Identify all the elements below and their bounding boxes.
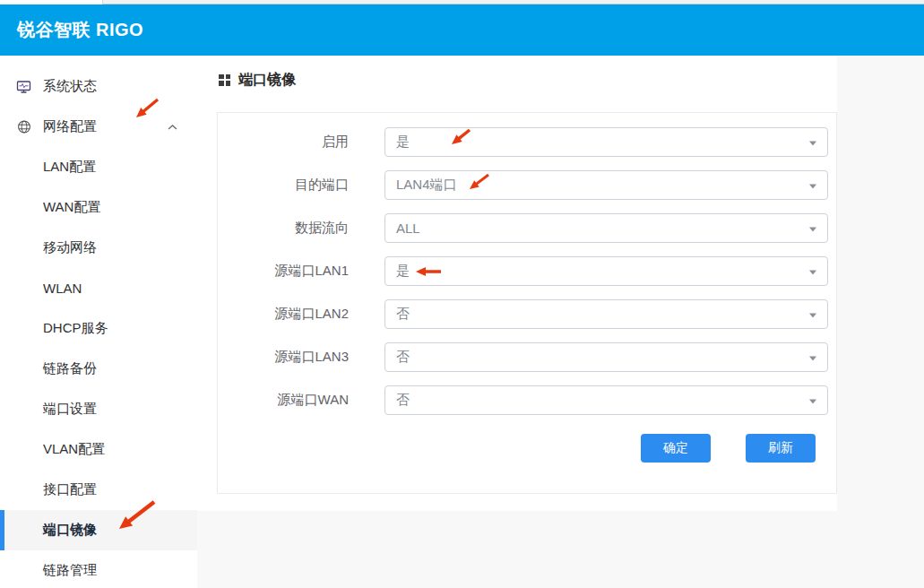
monitor-icon: [16, 79, 31, 94]
sidebar-item-label: 链路备份: [43, 360, 97, 377]
form-footer: 确定刷新: [641, 434, 836, 463]
dropdown-caret-icon: [809, 399, 816, 403]
field-label-enable: 启用: [218, 134, 384, 151]
select-dest-port[interactable]: LAN4端口: [384, 170, 828, 200]
select-data-flow[interactable]: ALL: [384, 213, 828, 243]
select-src-lan1[interactable]: 是: [384, 256, 828, 286]
sidebar-item-vlan-config[interactable]: VLAN配置: [0, 429, 197, 470]
dropdown-caret-icon: [809, 184, 816, 188]
globe-icon: [16, 119, 31, 134]
field-label-src-lan2: 源端口LAN2: [218, 306, 384, 323]
sidebar-nav: 系统状态网络配置LAN配置WAN配置移动网络WLANDHCP服务链路备份端口设置…: [0, 56, 197, 588]
sidebar-item-label: 移动网络: [43, 239, 97, 256]
select-src-lan3[interactable]: 否: [384, 342, 828, 372]
select-value: 否: [396, 349, 410, 366]
select-value: ALL: [396, 220, 420, 236]
sidebar-item-label: VLAN配置: [43, 441, 105, 458]
select-value: 是: [396, 263, 410, 280]
page-title: 端口镜像: [238, 71, 296, 90]
sidebar-item-lan-config[interactable]: LAN配置: [0, 147, 197, 187]
dropdown-caret-icon: [809, 141, 816, 145]
dropdown-caret-icon: [809, 356, 816, 360]
select-value: 否: [396, 392, 410, 409]
select-value: 否: [396, 306, 410, 323]
sidebar-item-label: 端口镜像: [43, 522, 97, 539]
app-body: 系统状态网络配置LAN配置WAN配置移动网络WLANDHCP服务链路备份端口设置…: [0, 56, 924, 588]
window-top-strip-tail: [102, 0, 924, 4]
section-header: 端口镜像: [219, 72, 837, 88]
content-panel: 端口镜像 启用是目的端口LAN4端口数据流向ALL源端口LAN1是源端口LAN2…: [197, 56, 837, 511]
sidebar-item-label: DHCP服务: [43, 320, 108, 337]
app-window: 锐谷智联 RIGO 系统状态网络配置LAN配置WAN配置移动网络WLANDHCP…: [0, 0, 924, 588]
dropdown-caret-icon: [809, 270, 816, 274]
select-value: 是: [396, 134, 410, 151]
form-card: 启用是目的端口LAN4端口数据流向ALL源端口LAN1是源端口LAN2否源端口L…: [217, 112, 837, 494]
sidebar-item-system-status[interactable]: 系统状态: [0, 66, 197, 107]
sidebar-item-port-mirror[interactable]: 端口镜像: [0, 510, 197, 550]
dropdown-caret-icon: [809, 313, 816, 317]
confirm-button[interactable]: 确定: [641, 434, 711, 463]
grid-icon: [219, 74, 230, 86]
sidebar-item-wlan[interactable]: WLAN: [0, 268, 197, 308]
sidebar-item-label: WLAN: [43, 281, 82, 296]
field-label-data-flow: 数据流向: [218, 220, 384, 237]
form-row-src-lan1: 源端口LAN1是: [218, 256, 836, 286]
form-row-dest-port: 目的端口LAN4端口: [218, 170, 836, 200]
sidebar-item-mobile-network[interactable]: 移动网络: [0, 228, 197, 268]
window-top-strip: [0, 0, 924, 4]
sidebar-item-dhcp-service[interactable]: DHCP服务: [0, 308, 197, 349]
sidebar-item-link-management[interactable]: 链路管理: [0, 550, 197, 588]
sidebar-item-link-backup[interactable]: 链路备份: [0, 349, 197, 389]
select-src-wan[interactable]: 否: [384, 385, 828, 415]
sidebar-item-label: 链路管理: [43, 562, 97, 579]
select-src-lan2[interactable]: 否: [384, 299, 828, 329]
sidebar-item-wan-config[interactable]: WAN配置: [0, 187, 197, 228]
form-row-src-lan3: 源端口LAN3否: [218, 342, 836, 372]
field-label-src-lan3: 源端口LAN3: [218, 349, 384, 366]
sidebar-item-label: 系统状态: [43, 78, 97, 95]
brand-title: 锐谷智联 RIGO: [17, 18, 143, 42]
sidebar-item-label: LAN配置: [43, 159, 96, 176]
sidebar-item-network-config[interactable]: 网络配置: [0, 107, 197, 147]
sidebar-item-port-settings[interactable]: 端口设置: [0, 389, 197, 429]
select-value: LAN4端口: [396, 177, 457, 194]
sidebar-item-label: 接口配置: [43, 481, 97, 498]
field-label-src-wan: 源端口WAN: [218, 392, 384, 409]
main-content: 端口镜像 启用是目的端口LAN4端口数据流向ALL源端口LAN1是源端口LAN2…: [197, 56, 924, 588]
sidebar-item-label: 网络配置: [43, 118, 97, 135]
field-label-dest-port: 目的端口: [218, 177, 384, 194]
select-enable[interactable]: 是: [384, 127, 828, 157]
dropdown-caret-icon: [809, 227, 816, 231]
refresh-button[interactable]: 刷新: [746, 434, 816, 463]
form-rows: 启用是目的端口LAN4端口数据流向ALL源端口LAN1是源端口LAN2否源端口L…: [218, 127, 836, 415]
chevron-up-icon[interactable]: [168, 124, 177, 130]
field-label-src-lan1: 源端口LAN1: [218, 263, 384, 280]
form-row-src-wan: 源端口WAN否: [218, 385, 836, 415]
form-row-src-lan2: 源端口LAN2否: [218, 299, 836, 329]
form-row-enable: 启用是: [218, 127, 836, 157]
app-header: 锐谷智联 RIGO: [0, 4, 924, 56]
sidebar-item-interface-config[interactable]: 接口配置: [0, 470, 197, 510]
sidebar-item-label: WAN配置: [43, 199, 100, 216]
form-row-data-flow: 数据流向ALL: [218, 213, 836, 243]
sidebar-item-label: 端口设置: [43, 401, 97, 418]
